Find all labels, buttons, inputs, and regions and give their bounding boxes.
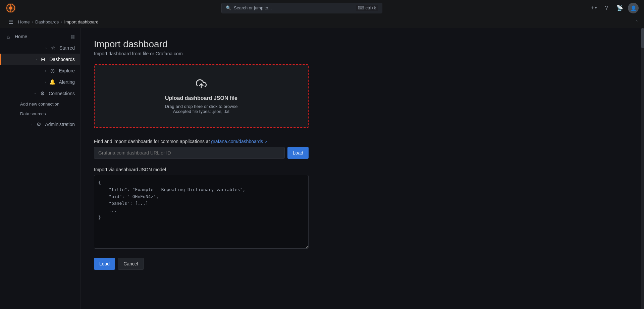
sidebar-item-connections[interactable]: › ⚙ Connections [0,88,80,99]
grafana-url-input[interactable] [94,147,285,159]
json-textarea[interactable]: { "title": "Example - Repeating Dictiona… [94,175,309,249]
search-area: 🔍 Search or jump to... ⌨ ctrl+k [20,3,584,13]
explore-icon: ◎ [50,68,56,74]
bell-icon: 🔔 [50,79,56,85]
sidebar-home-label: Home [15,34,27,39]
connections-submenu: Add new connection Data sources [0,99,80,119]
starred-chevron: › [45,46,47,50]
external-link-icon: ↗ [264,140,267,144]
breadcrumb-dashboards[interactable]: Dashboards [35,19,59,24]
rss-icon: 📡 [616,5,623,11]
breadcrumb-sep-1: › [32,19,33,24]
search-icon: 🔍 [226,5,231,10]
administration-chevron: › [31,122,33,126]
breadcrumb-sep-2: › [61,19,62,24]
search-shortcut: ⌨ ctrl+k [356,5,378,11]
sidebar-administration-label: Administration [45,122,75,127]
load-url-button[interactable]: Load [287,147,309,159]
sidebar-item-data-sources[interactable]: Data sources [15,109,80,119]
connections-chevron: › [33,93,37,94]
sidebar-item-alerting[interactable]: › 🔔 Alerting [0,76,80,88]
question-icon: ? [605,5,608,11]
topbar: 🔍 Search or jump to... ⌨ ctrl+k ＋ ▾ ? 📡 … [0,0,644,16]
add-button[interactable]: ＋ ▾ [588,3,598,13]
avatar-icon: 👤 [631,5,636,11]
json-model-label: Import via dashboard JSON model [94,167,309,172]
star-icon: ☆ [50,45,56,51]
page-title: Import dashboard [94,39,628,50]
breadcrumb-home[interactable]: Home [18,19,30,24]
sidebar: ⌂ Home ▦ › ☆ Starred › ⊞ Dashboards › ◎ … [0,28,80,309]
keyboard-icon: ⌨ [358,5,364,10]
cancel-button[interactable]: Cancel [118,258,144,270]
sidebar-item-administration[interactable]: › ⚙ Administration [0,119,80,130]
chevron-down-icon: ▾ [595,6,597,10]
sidebar-starred-label: Starred [59,45,75,51]
find-label-prefix: Find and import dashboards for common ap… [94,139,211,144]
menu-toggle-button[interactable]: ☰ [5,17,16,27]
load-button[interactable]: Load [94,258,115,270]
news-button[interactable]: 📡 [614,3,625,13]
alerting-chevron: › [45,80,46,84]
sidebar-item-explore[interactable]: › ◎ Explore [0,65,80,76]
footer-buttons: Load Cancel [94,258,309,270]
upload-title: Upload dashboard JSON file [101,95,301,101]
search-placeholder: Search or jump to... [234,5,272,10]
sidebar-item-home[interactable]: ⌂ Home ▦ [0,31,80,42]
page-subtitle: Import dashboard from file or Grafana.co… [94,51,628,56]
right-scrollbar[interactable] [641,28,644,309]
connections-icon: ⚙ [39,90,45,97]
sidebar-connections-label: Connections [49,91,75,96]
url-input-row: Load [94,147,309,159]
collapse-button[interactable]: ⌃ [635,19,639,24]
content-area: Import dashboard Import dashboard from f… [80,28,641,309]
gear-icon: ⚙ [36,121,42,127]
breadcrumb-bar: ☰ Home › Dashboards › Import dashboard ⌃ [0,16,644,28]
sidebar-alerting-label: Alerting [59,79,75,85]
upload-icon [101,78,301,91]
sidebar-explore-label: Explore [59,68,75,73]
dashboards-icon: ⊞ [40,56,46,62]
upload-zone[interactable]: Upload dashboard JSON file Drag and drop… [94,64,309,128]
sidebar-item-dashboards[interactable]: › ⊞ Dashboards [0,54,80,65]
topbar-right: ＋ ▾ ? 📡 👤 [588,3,639,13]
panel-toggle-icon[interactable]: ▦ [70,34,75,39]
sidebar-item-starred[interactable]: › ☆ Starred [0,42,80,54]
upload-hint1: Drag and drop here or click to browse [101,104,301,109]
search-box[interactable]: 🔍 Search or jump to... ⌨ ctrl+k [221,3,382,13]
breadcrumb-current: Import dashboard [64,19,98,24]
upload-hint2: Accepted file types: .json, .txt [101,109,301,114]
help-button[interactable]: ? [601,3,612,13]
svg-point-1 [9,6,12,10]
explore-chevron: › [45,69,46,73]
json-section: Import via dashboard JSON model { "title… [94,167,309,250]
scrollbar-thumb[interactable] [641,28,644,48]
user-avatar[interactable]: 👤 [628,3,639,13]
home-icon: ⌂ [5,34,11,40]
main-layout: ⌂ Home ▦ › ☆ Starred › ⊞ Dashboards › ◎ … [0,28,644,309]
sidebar-dashboards-label: Dashboards [50,57,75,62]
plus-icon: ＋ [590,4,595,11]
grafana-logo[interactable] [5,3,16,13]
grafana-dashboards-link[interactable]: grafana.com/dashboards ↗ [211,139,267,144]
sidebar-item-add-connection[interactable]: Add new connection [15,99,80,109]
dashboards-chevron: › [36,57,37,61]
import-section: Find and import dashboards for common ap… [94,139,309,159]
find-import-label: Find and import dashboards for common ap… [94,139,309,144]
